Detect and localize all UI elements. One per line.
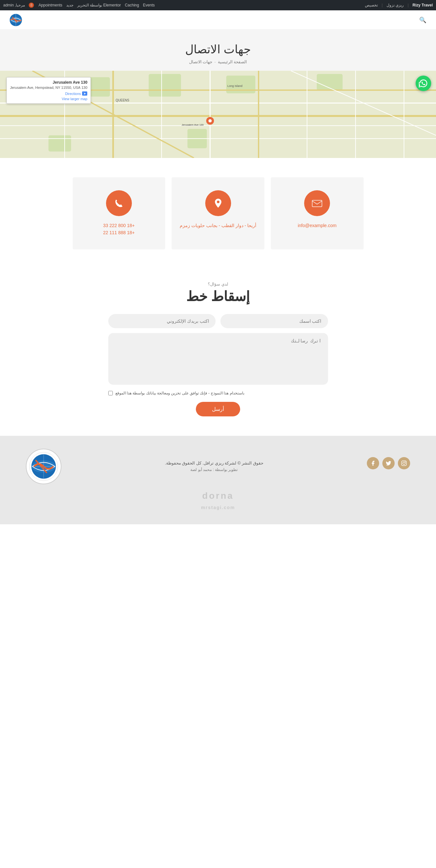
footer-inner: حقوق النشر © لشركة ريزي ترافل. كل الحقوق… — [26, 449, 410, 484]
twitter-icon — [385, 460, 391, 466]
map-section: QUEENS Long Island 130 Jerusalem Ave 130… — [0, 71, 436, 158]
footer-social — [367, 457, 410, 469]
admin-appointments[interactable]: Appointments — [38, 3, 62, 7]
address-icon-circle — [205, 190, 231, 216]
phone-icon-circle — [106, 190, 132, 216]
popup-title: 130 Jerusalem Ave — [10, 80, 87, 85]
address-text: أريحا - دوار القطب - بجانب حلويات زمزم — [180, 222, 257, 229]
form-sub-label: لدي سؤال؟ — [26, 282, 410, 286]
admin-bar-left: Events Caching Elementor بواسطة التحرير … — [3, 3, 155, 8]
map-popup: 130 Jerusalem Ave 130 Jerusalem Ave, Hem… — [6, 77, 91, 104]
svg-text:130 Jerusalem Ave: 130 Jerusalem Ave — [182, 123, 204, 126]
admin-new[interactable]: جديد — [66, 3, 74, 7]
svg-text:QUEENS: QUEENS — [116, 98, 129, 102]
search-icon[interactable]: 🔍 — [419, 17, 426, 24]
instagram-icon — [401, 460, 407, 466]
checkbox-label: باستخدام هذا النموذج - فإنك توافق على تخ… — [115, 391, 244, 395]
consent-checkbox[interactable] — [108, 391, 113, 395]
admin-comments[interactable]: 8 — [29, 3, 35, 8]
map-background[interactable]: QUEENS Long Island 130 Jerusalem Ave 130… — [0, 71, 436, 158]
email-icon-circle — [304, 190, 330, 216]
phone-icon — [113, 197, 125, 209]
admin-bar: Rizy Travel | ريزي نزول | تخصيص Events C… — [0, 0, 436, 10]
facebook-icon — [370, 460, 376, 466]
admin-customize[interactable]: تخصيص — [365, 3, 378, 7]
breadcrumb-current: جهات الاتصال — [189, 59, 213, 64]
admin-site-name[interactable]: Rizy Travel — [412, 3, 433, 7]
admin-events[interactable]: Events — [143, 3, 155, 7]
svg-point-26 — [208, 119, 212, 122]
footer-copyright: حقوق النشر © لشركة ريزي ترافل. كل الحقوق… — [61, 461, 367, 465]
directions-arrow-icon: ➤ — [82, 91, 87, 96]
svg-text:Long Island: Long Island — [227, 84, 242, 88]
admin-elementor[interactable]: Elementor بواسطة التحرير — [77, 3, 121, 7]
sep2: | — [382, 3, 383, 7]
footer-logo-svg — [29, 452, 58, 481]
site-header: 🔍 — [0, 10, 436, 30]
breadcrumb-home[interactable]: الصفحة الرئيسية — [218, 59, 247, 64]
svg-rect-5 — [149, 74, 181, 97]
footer-watermark: dorna mrstagi.com — [26, 491, 410, 512]
logo-svg — [10, 14, 22, 26]
form-row-top — [108, 314, 328, 328]
breadcrumb-sep: - — [214, 59, 215, 64]
email-input[interactable] — [108, 314, 216, 328]
sep1: | — [408, 3, 409, 7]
form-title: إسقاط خط — [26, 288, 410, 304]
footer-logo — [26, 449, 61, 484]
svg-point-33 — [405, 462, 406, 462]
email-icon — [311, 197, 323, 209]
facebook-icon-button[interactable] — [367, 457, 379, 469]
message-textarea[interactable] — [108, 333, 328, 385]
admin-label: مرحبا, admin — [3, 3, 25, 7]
page-title-section: جهات الاتصال الصفحة الرئيسية - جهات الات… — [0, 30, 436, 71]
checkbox-row: باستخدام هذا النموذج - فإنك توافق على تخ… — [108, 391, 328, 395]
whatsapp-icon — [419, 79, 428, 88]
view-larger-link[interactable]: View larger map — [10, 97, 87, 101]
footer-text-block: حقوق النشر © لشركة ريزي ترافل. كل الحقوق… — [61, 461, 367, 472]
svg-rect-31 — [402, 461, 407, 465]
contact-card-address: أريحا - دوار القطب - بجانب حلويات زمزم — [172, 177, 264, 249]
contact-form-section: لدي سؤال؟ إسقاط خط باستخدام هذا النموذج … — [0, 269, 436, 436]
contact-card-phone: +18 800 222 33 +18 888 111 22 — [73, 177, 166, 249]
svg-rect-30 — [312, 200, 322, 207]
whatsapp-button[interactable] — [416, 75, 431, 91]
footer-credit: تطوير بواسطة : محمد أبو لصة — [61, 467, 367, 472]
contact-cards-section: info@example.com أريحا - دوار القطب - بج… — [0, 158, 436, 269]
directions-link[interactable]: ➤ Directions — [65, 91, 87, 96]
phone-text[interactable]: +18 800 222 33 +18 888 111 22 — [103, 222, 135, 237]
site-logo — [10, 14, 22, 26]
contact-form: باستخدام هذا النموذج - فإنك توافق على تخ… — [108, 314, 328, 416]
twitter-icon-button[interactable] — [382, 457, 395, 469]
admin-bar-right: Rizy Travel | ريزي نزول | تخصيص — [365, 3, 433, 7]
admin-user[interactable]: ريزي نزول — [386, 3, 404, 7]
svg-rect-8 — [49, 135, 71, 152]
instagram-icon-button[interactable] — [398, 457, 410, 469]
location-icon — [212, 197, 224, 209]
admin-caching[interactable]: Caching — [125, 3, 139, 7]
svg-point-32 — [403, 462, 405, 465]
contact-card-email: info@example.com — [271, 177, 364, 249]
site-footer: حقوق النشر © لشركة ريزي ترافل. كل الحقوق… — [0, 436, 436, 524]
breadcrumb: الصفحة الرئيسية - جهات الاتصال — [6, 59, 430, 64]
page-title: جهات الاتصال — [6, 43, 430, 56]
comments-badge: 8 — [29, 3, 34, 8]
submit-button[interactable]: أرسل — [196, 402, 240, 416]
email-text[interactable]: info@example.com — [298, 222, 337, 229]
contact-cards-grid: info@example.com أريحا - دوار القطب - بج… — [73, 177, 364, 249]
directions-label: Directions — [65, 92, 81, 96]
name-input[interactable] — [221, 314, 328, 328]
popup-address: 130 Jerusalem Ave, Hempstead, NY 11550, … — [10, 86, 87, 90]
